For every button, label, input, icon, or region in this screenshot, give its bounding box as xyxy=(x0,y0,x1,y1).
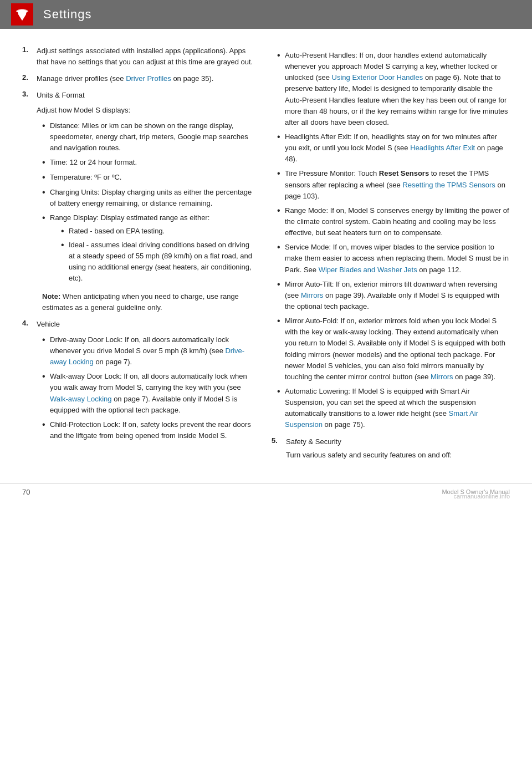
item-5-num: 5. xyxy=(272,436,282,445)
range-ideal: • Ideal - assumes ideal driving conditio… xyxy=(50,240,255,284)
main-content: 1. Adjust settings associated with insta… xyxy=(0,29,532,472)
item-2-before: Manage driver profiles (see xyxy=(37,74,126,83)
item-4-content: Vehicle • Drive-away Door Lock: If on, a… xyxy=(37,319,255,445)
range-sub-list: • Rated - based on EPA testing. • Ideal … xyxy=(50,226,255,284)
item-5-content: Safety & Security Turn various safety an… xyxy=(286,436,452,461)
driver-profiles-link[interactable]: Driver Profiles xyxy=(126,74,171,83)
bullet-icon: • xyxy=(42,371,47,383)
mirror-autotilt-text: Mirror Auto-Tilt: If on, exterior mirror… xyxy=(285,279,510,312)
bullet-icon: • xyxy=(61,226,65,237)
bullet-headlights: • Headlights After Exit: If on, headligh… xyxy=(272,131,510,165)
list-item-1: 1. Adjust settings associated with insta… xyxy=(22,45,255,68)
lowering-after: on page 75). xyxy=(323,420,365,429)
mirrors-link-tilt[interactable]: Mirrors xyxy=(301,291,323,299)
page-number: 70 xyxy=(22,488,30,496)
note-text: Note: When anticipating when you need to… xyxy=(42,291,255,313)
item-1-num: 1. xyxy=(22,45,32,54)
left-column: 1. Adjust settings associated with insta… xyxy=(22,45,255,461)
driveaway-after: on page 7). xyxy=(94,358,132,366)
headlights-link[interactable]: Headlights After Exit xyxy=(410,144,475,152)
sub-item-charging: • Charging Units: Display charging units… xyxy=(37,187,255,209)
sub-item-driveaway-text: Drive-away Door Lock: If on, all doors a… xyxy=(50,334,255,368)
range-mode-text: Range Mode: If on, Model S conserves ene… xyxy=(285,205,510,238)
bullet-auto-present: • Auto-Present Handles: If on, door hand… xyxy=(272,50,510,128)
bullet-icon: • xyxy=(42,172,47,184)
mirror-fold-after: on page 39). xyxy=(453,373,495,381)
bullet-icon: • xyxy=(61,240,65,251)
item-4-sub-list: • Drive-away Door Lock: If on, all doors… xyxy=(37,334,255,441)
lowering-before: Automatic Lowering: If Model S is equipp… xyxy=(285,387,476,417)
item-5-block: 5. Safety & Security Turn various safety… xyxy=(272,436,510,461)
walkaway-before: Walk-away Door Lock: If on, all doors au… xyxy=(50,372,247,391)
main-list: 1. Adjust settings associated with insta… xyxy=(22,45,255,445)
item-3-sub-list: • Distance: Miles or km can be shown on … xyxy=(37,120,255,287)
item-3-sub-intro: Adjust how Model S displays: xyxy=(37,105,255,116)
bullet-icon: • xyxy=(277,50,282,62)
note-content: When anticipating when you need to charg… xyxy=(42,292,239,312)
page-header: Settings xyxy=(0,0,532,29)
sub-item-walkaway-text: Walk-away Door Lock: If on, all doors au… xyxy=(50,371,255,416)
item-2-num: 2. xyxy=(22,73,32,82)
item-2-after: on page 35). xyxy=(171,74,214,83)
item-1-content: Adjust settings associated with installe… xyxy=(37,45,255,68)
bullet-icon: • xyxy=(42,187,47,198)
sub-item-range-text: Range Display: Display estimated range a… xyxy=(50,212,255,223)
list-item-2: 2. Manage driver profiles (see Driver Pr… xyxy=(22,73,255,84)
page-footer: 70 Model S Owner's Manual carmanualonlin… xyxy=(0,483,532,501)
mirrors-link-fold[interactable]: Mirrors xyxy=(431,373,453,381)
sub-item-distance-text: Distance: Miles or km can be shown on th… xyxy=(50,120,255,154)
sub-item-time: • Time: 12 or 24 hour format. xyxy=(37,157,255,169)
sub-item-childlock-text: Child-Protection Lock: If on, safety loc… xyxy=(50,419,255,441)
service-after: on page 112. xyxy=(417,266,462,274)
item-5-label: Safety & Security xyxy=(286,436,452,447)
note-label: Note: xyxy=(42,292,63,301)
headlights-text: Headlights After Exit: If on, headlights… xyxy=(285,131,510,165)
bullet-icon: • xyxy=(277,315,282,327)
tpms-text: Tire Pressure Monitor: Touch Reset Senso… xyxy=(285,168,510,201)
item-2-content: Manage driver profiles (see Driver Profi… xyxy=(37,73,255,84)
sub-item-range-content: Range Display: Display estimated range a… xyxy=(50,212,255,287)
bullet-icon: • xyxy=(42,212,47,224)
item-1-text: Adjust settings associated with installe… xyxy=(37,45,255,68)
bullet-icon: • xyxy=(42,157,47,169)
list-item-4: 4. Vehicle • Drive-away Door Lock: If on… xyxy=(22,319,255,445)
bullet-tpms: • Tire Pressure Monitor: Touch Reset Sen… xyxy=(272,168,510,201)
right-column: • Auto-Present Handles: If on, door hand… xyxy=(272,45,510,461)
item-5-text: Turn various safety and security feature… xyxy=(286,450,452,461)
item-4-label: Vehicle xyxy=(37,319,255,330)
bullet-icon: • xyxy=(42,419,47,431)
service-mode-text: Service Mode: If on, moves wiper blades … xyxy=(285,242,510,275)
reset-bold: Reset Sensors xyxy=(379,169,429,177)
mirror-fold-before: Mirror Auto-Fold: If on, exterior mirror… xyxy=(285,317,505,381)
sub-item-driveaway: • Drive-away Door Lock: If on, all doors… xyxy=(37,334,255,368)
auto-present-text: Auto-Present Handles: If on, door handle… xyxy=(285,50,510,128)
sub-item-childlock: • Child-Protection Lock: If on, safety l… xyxy=(37,419,255,441)
wiper-blades-link[interactable]: Wiper Blades and Washer Jets xyxy=(319,266,417,274)
bullet-icon: • xyxy=(277,242,282,253)
note-block: Note: When anticipating when you need to… xyxy=(42,291,255,313)
bullet-icon: • xyxy=(277,279,282,291)
auto-lowering-text: Automatic Lowering: If Model S is equipp… xyxy=(285,386,510,431)
bullet-icon: • xyxy=(42,120,47,132)
range-ideal-text: Ideal - assumes ideal driving conditions… xyxy=(69,240,255,284)
bullet-icon: • xyxy=(277,131,282,143)
item-3-num: 3. xyxy=(22,90,32,98)
sub-item-temp: • Temperature: ºF or ºC. xyxy=(37,172,255,184)
walkaway-link[interactable]: Walk-away Locking xyxy=(50,395,112,403)
bullet-range-mode: • Range Mode: If on, Model S conserves e… xyxy=(272,205,510,238)
bullet-icon: • xyxy=(277,205,282,217)
item-3-content: Units & Format Adjust how Model S displa… xyxy=(37,90,255,313)
list-item-3: 3. Units & Format Adjust how Model S dis… xyxy=(22,90,255,313)
sub-item-walkaway: • Walk-away Door Lock: If on, all doors … xyxy=(37,371,255,416)
bullet-icon: • xyxy=(277,168,282,180)
bullet-icon: • xyxy=(277,386,282,398)
page-title: Settings xyxy=(43,7,92,22)
tpms-link[interactable]: Resetting the TPMS Sensors xyxy=(402,181,495,189)
driveaway-before: Drive-away Door Lock: If on, all doors a… xyxy=(50,335,229,355)
sub-item-distance: • Distance: Miles or km can be shown on … xyxy=(37,120,255,154)
bullet-mirror-autofold: • Mirror Auto-Fold: If on, exterior mirr… xyxy=(272,315,510,383)
item-2-text: Manage driver profiles (see Driver Profi… xyxy=(37,73,255,84)
exterior-door-handles-link[interactable]: Using Exterior Door Handles xyxy=(332,73,423,82)
range-rated: • Rated - based on EPA testing. xyxy=(50,226,255,237)
range-rated-text: Rated - based on EPA testing. xyxy=(69,226,165,237)
